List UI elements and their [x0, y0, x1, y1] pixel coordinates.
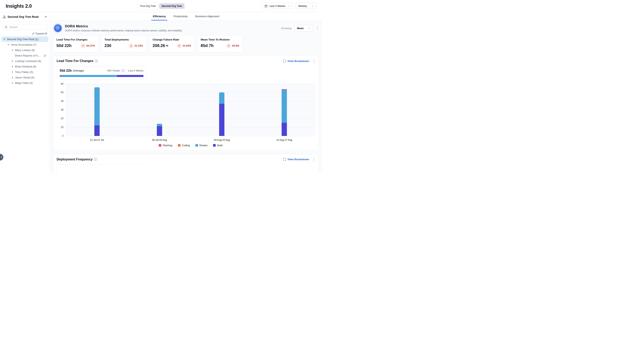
- lead-time-chart: 0 10 20 30 40 50 60 21 Jul-27 Jul28 Jul-…: [56, 84, 316, 147]
- chart-plot-area: 0 10 20 30 40 50 60: [66, 84, 316, 136]
- stacked-bar-0[interactable]: [94, 87, 100, 136]
- chevron-right-icon[interactable]: [11, 82, 14, 84]
- metric-value-row: 208.26 % ↗ 31.63%: [152, 43, 191, 48]
- metrics-row: Lead Time For Changes 50d 22h ↗ 84.37% T…: [53, 35, 319, 52]
- info-icon[interactable]: i: [95, 60, 98, 63]
- sidebar: Second Org Tree Root Expand All Second O…: [0, 12, 50, 173]
- dora-title: DORA Metrics: [65, 24, 182, 28]
- metric-title: Change Failure Rate: [152, 38, 191, 41]
- tickets-info-icon[interactable]: i: [122, 69, 124, 72]
- date-range-value: Last 4 Weeks: [270, 4, 286, 7]
- org-tree-toggle-option[interactable]: First Org Tree: [138, 3, 158, 9]
- metric-delta: ↘ 21.23%: [129, 43, 143, 48]
- tree-item[interactable]: Lindsay Liszewski (8): [2, 58, 48, 64]
- info-icon[interactable]: i: [94, 158, 97, 161]
- y-axis-tick-label: 60: [56, 82, 64, 85]
- calendar-icon: [264, 5, 268, 7]
- org-tree-toggle-option[interactable]: Second Org Tree: [159, 3, 184, 9]
- filter-sliders-icon[interactable]: [44, 54, 46, 57]
- metric-delta: ↗ 40.8%: [226, 43, 239, 48]
- lead-time-kebab-icon[interactable]: [312, 59, 316, 64]
- bar-segment-build[interactable]: [94, 125, 100, 136]
- dora-subtitle: DORA metrics measure software delivery p…: [65, 29, 182, 32]
- dora-controls: Showing Mean: [281, 25, 319, 31]
- chevron-down-icon[interactable]: [7, 43, 10, 46]
- chevron-right-icon[interactable]: [11, 71, 14, 73]
- tree-item-label: Mary Lowery (6): [15, 49, 35, 52]
- lead-time-title-text: Lead Time For Changes: [56, 59, 93, 63]
- chevron-down-icon[interactable]: [3, 38, 6, 40]
- delta-percent: 40.8%: [232, 44, 239, 47]
- x-axis-label: 04 Aug-10 Aug: [214, 139, 230, 141]
- bar-segment-review[interactable]: [94, 87, 100, 126]
- metric-card: Total Deployments 230 ↘ 21.23%: [101, 35, 146, 52]
- expand-all-button[interactable]: Expand All: [0, 30, 50, 36]
- bar-segment-review[interactable]: [157, 124, 162, 126]
- view-breakdown-button[interactable]: View Breakdown: [283, 158, 309, 161]
- date-range-select[interactable]: Last 4 Weeks: [262, 3, 293, 9]
- dora-menu-kebab-icon[interactable]: [316, 26, 319, 31]
- summary-qualifier: (Average): [73, 69, 84, 72]
- view-breakdown-label: View Breakdown: [287, 158, 309, 161]
- summary-stacked-bar: [60, 75, 144, 77]
- org-tree: Second Org Tree Root (1)Anna Scozzafava …: [0, 36, 50, 86]
- bar-segment-review[interactable]: [219, 92, 224, 104]
- chart-legend: Planning Coding Review Build: [66, 144, 316, 147]
- y-axis-tick-label: 50: [56, 91, 64, 94]
- chevron-right-icon[interactable]: [11, 60, 14, 62]
- bar-segment-review[interactable]: [282, 90, 287, 123]
- granularity-select[interactable]: Weekly: [296, 3, 316, 9]
- delta-percent: 31.63%: [182, 44, 191, 47]
- tree-item-label: Anna Scozzafava (7): [11, 43, 36, 46]
- metric-value: 50d 22h: [56, 43, 72, 48]
- lead-time-card: Lead Time For Changes i View Breakdown: [53, 55, 319, 151]
- bar-segment-build[interactable]: [282, 123, 287, 136]
- search-icon: [5, 26, 8, 28]
- tree-item[interactable]: Direct Reports of A...: [2, 53, 48, 58]
- tab-productivity[interactable]: Productivity: [173, 12, 188, 20]
- tab-business-alignment[interactable]: Business Alignment: [195, 12, 220, 20]
- chevron-right-icon[interactable]: [11, 76, 14, 79]
- delta-percent: 21.23%: [134, 44, 143, 47]
- tree-item[interactable]: Tony Pallas (5): [2, 69, 48, 75]
- deployment-summary-card: [56, 164, 146, 173]
- sidebar-collapse-chevron-up-icon[interactable]: [45, 15, 47, 18]
- view-breakdown-label: View Breakdown: [287, 60, 309, 63]
- tab-efficiency[interactable]: Efficiency: [152, 12, 166, 20]
- deployment-kebab-icon[interactable]: [312, 157, 316, 162]
- metric-value: 85d 7h: [201, 43, 214, 48]
- chevron-right-icon[interactable]: [11, 49, 14, 51]
- stacked-bar-1[interactable]: [157, 124, 162, 136]
- tree-item[interactable]: Maya Yette (3): [2, 80, 48, 86]
- tree-item[interactable]: Anna Scozzafava (7): [2, 42, 48, 47]
- y-axis-tick-label: 0: [56, 135, 64, 137]
- legend-label: Build: [217, 144, 222, 147]
- tree-item[interactable]: Mary Lowery (6): [2, 47, 48, 53]
- stacked-bar-2[interactable]: [219, 92, 224, 136]
- app-header: Insights 2.0 First Org TreeSecond Org Tr…: [0, 0, 322, 12]
- expand-all-label: Expand All: [36, 32, 47, 35]
- main-panel: EfficiencyProductivityBusiness Alignment…: [50, 12, 322, 173]
- tree-item[interactable]: Second Org Tree Root (1): [2, 36, 48, 42]
- stacked-bar-3[interactable]: [282, 89, 287, 136]
- dora-section-header: DORA Metrics DORA metrics measure softwa…: [53, 24, 319, 32]
- sidebar-header: Second Org Tree Root: [0, 12, 50, 22]
- chevron-right-icon[interactable]: [11, 65, 14, 68]
- bar-segment-build[interactable]: [219, 104, 224, 136]
- showing-label: Showing: [281, 27, 292, 30]
- org-tree-toggle: First Org TreeSecond Org Tree: [137, 3, 185, 9]
- page-title: Insights 2.0: [6, 3, 32, 9]
- tree-item[interactable]: Jason Stead (4): [2, 75, 48, 80]
- trend-down-arrow-icon: ↘: [129, 43, 133, 48]
- view-breakdown-button[interactable]: View Breakdown: [283, 60, 309, 63]
- tree-item-label: Maya Yette (3): [15, 81, 33, 84]
- metric-value: 208.26: [152, 43, 165, 48]
- showing-mean-select[interactable]: Mean: [294, 25, 313, 31]
- sidebar-collapse-handle[interactable]: [0, 153, 4, 161]
- legend-label: Planning: [163, 144, 172, 147]
- bar-segment-build[interactable]: [157, 126, 162, 136]
- chart-x-axis-labels: 21 Jul-27 Jul28 Jul-03 Aug04 Aug-10 Aug1…: [66, 136, 316, 143]
- tree-item[interactable]: Brian Kirkland (6): [2, 64, 48, 69]
- trend-up-arrow-icon: ↗: [226, 43, 231, 48]
- search-input[interactable]: [9, 25, 45, 28]
